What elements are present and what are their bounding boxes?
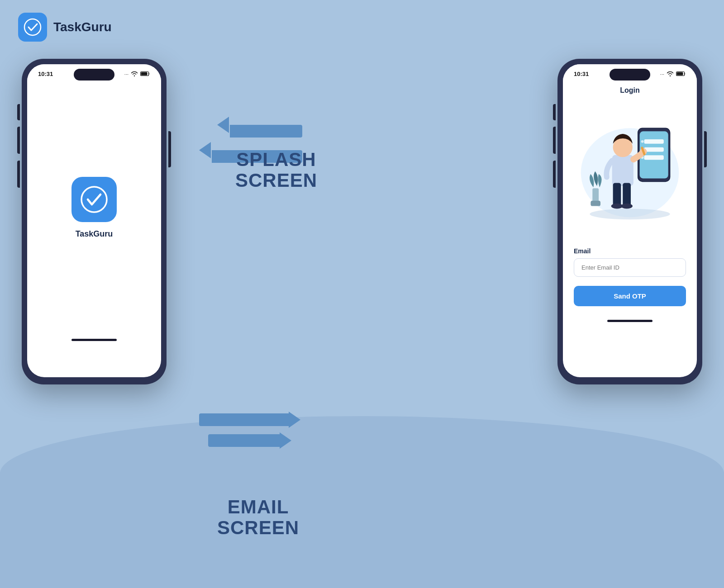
svg-rect-23	[592, 188, 599, 202]
login-signal-dots: ···	[660, 71, 664, 77]
svg-rect-11	[644, 155, 664, 160]
email-arrows	[199, 412, 300, 449]
login-phone-silent-btn	[553, 104, 556, 120]
svg-point-12	[641, 140, 644, 143]
header: TaskGuru	[18, 13, 112, 42]
login-phone-power-btn	[704, 131, 707, 167]
splash-screen-label: SPLASH SCREEN	[235, 149, 317, 191]
splash-main-content: TaskGuru	[27, 81, 161, 334]
login-wifi-icon	[667, 71, 674, 77]
svg-point-19	[621, 204, 633, 209]
header-title: TaskGuru	[53, 20, 112, 34]
login-dynamic-island	[610, 69, 650, 81]
svg-rect-10	[644, 147, 664, 152]
splash-signal-dots: ···	[124, 71, 129, 77]
login-home-bar	[607, 320, 653, 322]
send-otp-button[interactable]: Sand OTP	[574, 286, 686, 306]
phone-vol-down-btn	[17, 161, 20, 188]
login-battery-icon	[676, 71, 686, 77]
login-title: Login	[563, 81, 697, 98]
splash-app-icon	[71, 177, 117, 222]
svg-rect-2	[141, 72, 148, 75]
splash-status-bar: 10:31 ···	[27, 64, 161, 81]
background-wave	[0, 416, 724, 588]
header-app-icon	[18, 13, 47, 42]
email-label-line1: EMAIL	[217, 497, 299, 517]
login-status-icons: ···	[660, 71, 686, 77]
email-input[interactable]	[574, 258, 686, 277]
login-status-time: 10:31	[574, 71, 589, 77]
splash-wifi-icon	[131, 71, 138, 77]
phone-vol-up-btn	[17, 127, 20, 154]
splash-label-line1: SPLASH	[235, 149, 317, 170]
svg-rect-17	[623, 183, 631, 206]
login-phone-vol-up-btn	[553, 127, 556, 154]
login-screen-content: 10:31 ···	[563, 64, 697, 377]
svg-point-3	[81, 187, 107, 212]
splash-home-bar	[71, 339, 117, 341]
phone-silent-btn	[17, 104, 20, 120]
svg-point-0	[24, 19, 41, 35]
splash-home-indicator	[27, 334, 161, 347]
login-phone: 10:31 ···	[557, 59, 702, 384]
login-illustration	[563, 98, 697, 238]
login-status-bar: 10:31 ···	[563, 64, 697, 81]
login-phone-vol-down-btn	[553, 161, 556, 188]
svg-rect-15	[612, 155, 634, 186]
phone-power-btn	[168, 131, 171, 167]
splash-screen-content: 10:31 ···	[27, 64, 161, 377]
splash-label-line2: SCREEN	[235, 170, 317, 191]
svg-rect-5	[677, 72, 683, 75]
splash-status-icons: ···	[124, 71, 150, 77]
email-field-label: Email	[574, 247, 686, 255]
svg-rect-16	[613, 183, 621, 206]
svg-rect-9	[644, 139, 664, 144]
splash-app-name: TaskGuru	[76, 229, 113, 239]
login-form: Email Sand OTP	[563, 238, 697, 315]
email-screen-label: EMAIL SCREEN	[217, 497, 299, 538]
splash-phone: 10:31 ···	[22, 59, 167, 384]
splash-status-time: 10:31	[38, 71, 53, 77]
splash-battery-icon	[140, 71, 150, 77]
svg-rect-24	[591, 201, 600, 206]
splash-dynamic-island	[74, 69, 114, 81]
email-label-line2: SCREEN	[217, 517, 299, 538]
svg-point-25	[590, 209, 670, 220]
login-home-indicator	[563, 315, 697, 328]
